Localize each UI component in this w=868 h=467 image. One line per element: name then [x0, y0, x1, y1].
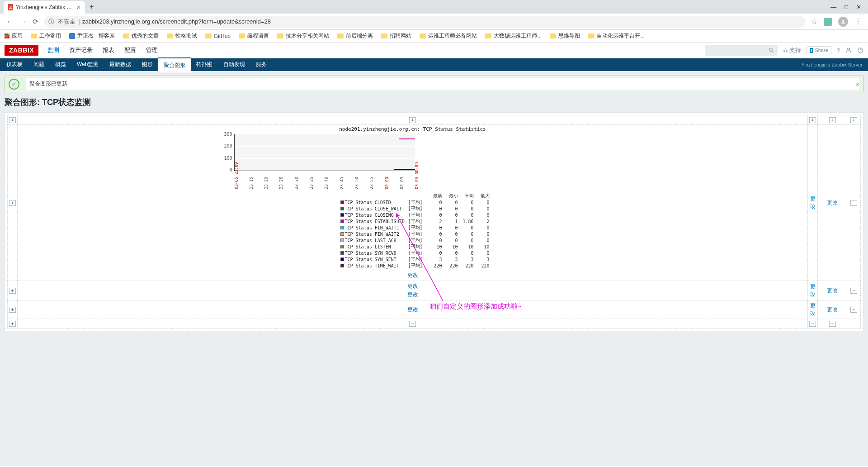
- profile-icon[interactable]: [838, 17, 848, 27]
- search-icon: [769, 48, 774, 53]
- remove-col[interactable]: −: [829, 321, 836, 327]
- sub-menu-item[interactable]: 自动发现: [218, 57, 250, 72]
- bookmark-item[interactable]: 前后端分离: [337, 32, 373, 40]
- reload-icon[interactable]: ⟳: [33, 18, 38, 26]
- change-link[interactable]: 更改: [407, 291, 418, 299]
- remove-row[interactable]: −: [850, 200, 857, 206]
- svg-point-1: [769, 48, 772, 52]
- share-z-icon: Z: [810, 48, 814, 53]
- bookmark-item[interactable]: 工作常用: [31, 32, 61, 40]
- window-controls: — □ ✕: [830, 4, 868, 10]
- sub-menu-item[interactable]: 聚合图形: [158, 57, 191, 72]
- add-col[interactable]: +: [409, 117, 416, 123]
- power-icon[interactable]: [857, 47, 863, 53]
- add-row[interactable]: +: [9, 288, 16, 294]
- add-row[interactable]: +: [9, 200, 16, 206]
- sub-menu-item[interactable]: 最新数据: [104, 57, 137, 72]
- add-row[interactable]: +: [9, 307, 16, 313]
- new-tab-button[interactable]: +: [90, 3, 94, 11]
- headset-icon: [783, 48, 788, 53]
- close-icon[interactable]: ×: [77, 4, 80, 11]
- change-link[interactable]: 更改: [810, 283, 816, 297]
- sub-menu-item[interactable]: 概览: [50, 57, 71, 72]
- chart-title: node201.yinzhengjie.org.cn: TCP Status S…: [207, 126, 618, 132]
- annotation-text: 咱们自定义的图形添加成功啦~: [429, 302, 522, 311]
- menu-icon[interactable]: ⋮: [854, 17, 862, 26]
- help-icon[interactable]: ?: [837, 47, 840, 54]
- support-link[interactable]: 支持: [783, 46, 801, 54]
- sub-menu-item[interactable]: 仪表板: [1, 57, 28, 72]
- top-menu-item[interactable]: 管理: [142, 43, 162, 58]
- legend-row: TCP Status SYN_RCVD[平均]0000: [340, 250, 485, 256]
- bookmark-item[interactable]: 大数据运维工程师...: [485, 32, 542, 40]
- url-input[interactable]: ⓘ 不安全 | zabbix203.yinzhengjie.org.cn/scr…: [44, 16, 806, 28]
- close-icon[interactable]: ×: [856, 81, 859, 88]
- zabbix-logo[interactable]: ZABBIX: [5, 45, 38, 56]
- top-menu-item[interactable]: 报表: [98, 43, 119, 58]
- bookmark-item[interactable]: 运维工程师必备网站: [420, 32, 477, 40]
- top-menu-item[interactable]: 监测: [43, 43, 64, 58]
- sub-menu-item[interactable]: 服务: [250, 57, 272, 72]
- extension-icon[interactable]: [824, 18, 832, 26]
- legend-row: TCP Status ESTABLISHED[平均]211.862: [340, 218, 485, 224]
- close-window-icon[interactable]: ✕: [856, 4, 861, 10]
- bookmarks-bar: 应用 工作常用尹正杰 - 博客园优秀的文章性格测试GitHub编程语言技术分享相…: [0, 30, 868, 43]
- sub-menu-item[interactable]: 图形: [137, 57, 158, 72]
- change-link[interactable]: 更改: [809, 195, 816, 210]
- apps-button[interactable]: 应用: [5, 32, 23, 40]
- browser-tab[interactable]: Z Yinzhengjie's Zabbix Server: 聚 ×: [4, 1, 85, 14]
- change-link[interactable]: 更改: [827, 199, 838, 207]
- change-link[interactable]: 更改: [407, 282, 418, 290]
- insecure-label: 不安全: [58, 18, 75, 26]
- top-menu-item[interactable]: 资产记录: [65, 43, 97, 58]
- bookmark-item[interactable]: 技术分享相关网站: [277, 32, 329, 40]
- remove-col[interactable]: −: [409, 321, 416, 327]
- search-input[interactable]: [705, 45, 778, 56]
- bookmark-item[interactable]: 编程语言: [239, 32, 269, 40]
- change-link[interactable]: 更改: [810, 302, 816, 316]
- bookmark-item[interactable]: 尹正杰 - 博客园: [69, 32, 115, 40]
- page-title: 聚合图形: TCP状态监测: [5, 97, 863, 108]
- sub-menu-item[interactable]: 拓扑图: [191, 57, 218, 72]
- back-icon[interactable]: ←: [6, 18, 14, 26]
- top-menu: 监测资产记录报表配置管理: [43, 43, 162, 58]
- check-icon: ✓: [9, 79, 19, 90]
- share-button[interactable]: Z Share: [807, 46, 831, 54]
- bookmark-item[interactable]: 性格测试: [167, 32, 197, 40]
- add-col[interactable]: +: [809, 117, 816, 123]
- sub-menu-item[interactable]: 问题: [28, 57, 50, 72]
- legend-row: TCP Status CLOSING[平均]0000: [340, 212, 485, 218]
- sub-nav: 仪表板问题概览Web监测最新数据图形聚合图形拓扑图自动发现服务 Yinzheng…: [0, 58, 868, 71]
- remove-col[interactable]: −: [809, 321, 816, 327]
- bookmark-item[interactable]: GitHub: [205, 33, 231, 39]
- top-menu-item[interactable]: 配置: [120, 43, 141, 58]
- info-icon[interactable]: ⓘ: [48, 18, 54, 26]
- maximize-icon[interactable]: □: [844, 4, 848, 10]
- bookmark-item[interactable]: 思维导图: [550, 32, 580, 40]
- minimize-icon[interactable]: —: [830, 4, 836, 10]
- legend-row: TCP Status FIN_WAIT1[平均]0000: [340, 224, 485, 231]
- change-link[interactable]: 更改: [407, 306, 418, 313]
- legend-row: TCP Status SYN_SENT[平均]3333: [340, 256, 485, 262]
- legend-row: TCP Status CLOSED[平均]0000: [340, 199, 485, 205]
- change-link[interactable]: 更改: [407, 272, 418, 278]
- sub-menu-item[interactable]: Web监测: [71, 57, 104, 72]
- bookmark-item[interactable]: 自动化运维平台开...: [588, 32, 645, 40]
- chart-plot: [234, 134, 415, 171]
- add-col[interactable]: +: [829, 117, 836, 123]
- change-link[interactable]: 更改: [827, 306, 838, 313]
- screen-cell-graph[interactable]: node201.yinzhengjie.org.cn: TCP Status S…: [18, 125, 808, 281]
- remove-row[interactable]: −: [850, 288, 857, 294]
- bookmark-item[interactable]: 招聘网站: [381, 32, 411, 40]
- add-col-left[interactable]: +: [9, 117, 16, 123]
- bookmark-item[interactable]: 优秀的文章: [123, 32, 159, 40]
- user-icon[interactable]: [845, 47, 852, 53]
- add-col-right[interactable]: +: [850, 117, 857, 123]
- add-row-bottom[interactable]: +: [9, 321, 16, 327]
- star-icon[interactable]: ☆: [811, 17, 817, 26]
- tab-title: Yinzhengjie's Zabbix Server: 聚: [16, 4, 73, 11]
- legend-row: TCP Status CLOSE_WAIT[平均]0000: [340, 205, 485, 212]
- svg-point-3: [848, 48, 850, 50]
- change-link[interactable]: 更改: [827, 287, 838, 294]
- remove-row[interactable]: −: [850, 307, 857, 313]
